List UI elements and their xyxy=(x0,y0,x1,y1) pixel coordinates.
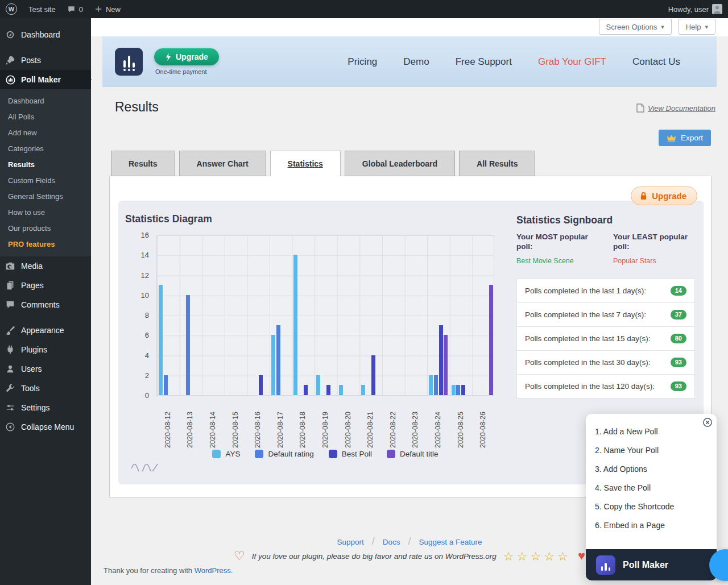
widget-step[interactable]: 4. Save the Poll xyxy=(595,478,717,497)
chart-bar[interactable] xyxy=(461,385,465,395)
sidebar-item-poll-maker[interactable]: Poll Maker xyxy=(0,70,91,89)
sidebar-item-comments[interactable]: Comments xyxy=(0,295,91,314)
comments-icon xyxy=(5,299,16,310)
footer-link-docs[interactable]: Docs xyxy=(383,538,400,546)
chart-bar[interactable] xyxy=(316,375,320,395)
chart-bar[interactable] xyxy=(452,385,456,395)
submenu-item-our-products[interactable]: Our products xyxy=(0,221,91,237)
comments-link[interactable]: 0 xyxy=(61,0,89,18)
site-name-link[interactable]: Test site xyxy=(23,0,61,18)
star-icon[interactable]: ☆ xyxy=(557,550,571,563)
submenu-item-all-polls[interactable]: All Polls xyxy=(0,109,91,125)
widget-step[interactable]: 3. Add Options xyxy=(595,459,717,478)
tab-global-leaderboard[interactable]: Global Leaderboard xyxy=(345,151,455,176)
chart-bar[interactable] xyxy=(164,375,168,395)
submenu-item-dashboard[interactable]: Dashboard xyxy=(0,93,91,109)
sidebar-item-dashboard[interactable]: Dashboard xyxy=(0,25,91,44)
chart-bar[interactable] xyxy=(489,285,493,395)
chart-bar[interactable] xyxy=(326,385,330,395)
footer-link-suggest-feature[interactable]: Suggest a Feature xyxy=(419,538,482,546)
wordpress-link[interactable]: WordPress. xyxy=(195,566,233,575)
x-axis-label: 2020-08-18 xyxy=(292,399,315,448)
chart-bar[interactable] xyxy=(434,375,438,395)
stats-count-badge: 93 xyxy=(671,381,686,391)
chart-bar[interactable] xyxy=(259,375,263,395)
chart-bar[interactable] xyxy=(186,295,190,395)
sidebar-item-settings[interactable]: Settings xyxy=(0,398,91,417)
submenu-item-custom-fields[interactable]: Custom Fields xyxy=(0,173,91,189)
chart-bar[interactable] xyxy=(371,355,375,396)
banner-nav-gift[interactable]: Grab Your GIFT xyxy=(538,56,606,68)
chart-bar[interactable] xyxy=(456,385,460,395)
banner-nav-pricing[interactable]: Pricing xyxy=(348,56,377,68)
export-button[interactable]: Export xyxy=(659,130,711,146)
chart-bar[interactable] xyxy=(361,385,365,395)
tab-all-results[interactable]: All Results xyxy=(459,151,535,176)
view-documentation-link[interactable]: View Documentation xyxy=(636,103,715,113)
amcharts-logo-icon[interactable] xyxy=(131,461,158,471)
widget-step[interactable]: 2. Name Your Poll xyxy=(595,441,717,459)
widget-step[interactable]: 5. Copy the Shortcode xyxy=(595,497,717,516)
least-popular-value: Popular Stars xyxy=(613,257,695,265)
submenu-item-pro-features[interactable]: PRO features xyxy=(0,237,91,252)
chart-bar[interactable] xyxy=(276,325,280,395)
widget-close-button[interactable] xyxy=(702,417,713,428)
widget-step[interactable]: 1. Add a New Poll xyxy=(595,422,717,441)
legend-item[interactable]: AYS xyxy=(212,450,240,458)
submenu-item-results[interactable]: Results xyxy=(0,157,91,173)
rating-stars[interactable]: ☆☆☆☆☆ xyxy=(503,550,571,562)
submenu-item-general-settings[interactable]: General Settings xyxy=(0,189,91,205)
sidebar-item-media[interactable]: Media xyxy=(0,256,91,276)
sidebar-item-posts[interactable]: Posts xyxy=(0,51,91,70)
legend-swatch xyxy=(212,450,221,458)
poll-maker-brand-icon xyxy=(596,555,615,575)
widget-step[interactable]: 6. Embed in a Page xyxy=(595,516,717,534)
star-icon[interactable]: ☆ xyxy=(544,550,557,563)
sidebar-item-label: Dashboard xyxy=(21,30,60,39)
chart-bar[interactable] xyxy=(271,335,275,395)
star-icon[interactable]: ☆ xyxy=(503,550,517,563)
sidebar-item-label: Posts xyxy=(21,56,41,65)
legend-item[interactable]: Default rating xyxy=(255,450,313,458)
footer-link-support[interactable]: Support xyxy=(337,538,363,546)
legend-item[interactable]: Best Poll xyxy=(329,450,372,458)
star-icon[interactable]: ☆ xyxy=(530,550,544,563)
y-axis-label: 2 xyxy=(129,371,149,380)
banner-nav-demo[interactable]: Demo xyxy=(403,56,429,68)
chart-bar[interactable] xyxy=(444,335,448,395)
sidebar-item-tools[interactable]: Tools xyxy=(0,379,91,398)
legend-item[interactable]: Default title xyxy=(387,450,439,458)
submenu-item-how-to-use[interactable]: How to use xyxy=(0,205,91,221)
x-axis-label: 2020-08-20 xyxy=(337,399,359,448)
chart-bar[interactable] xyxy=(293,255,297,395)
submenu-item-categories[interactable]: Categories xyxy=(0,141,91,157)
chart-bar[interactable] xyxy=(439,325,443,395)
chart-bar[interactable] xyxy=(429,375,433,395)
howdy-link[interactable]: Howdy, user xyxy=(663,0,728,18)
sidebar-item-appearance[interactable]: Appearance xyxy=(0,321,91,340)
y-axis-label: 16 xyxy=(129,231,149,239)
banner-nav-contact-us[interactable]: Contact Us xyxy=(632,56,680,68)
chart-bar[interactable] xyxy=(159,285,163,395)
upgrade-pill-button[interactable]: Upgrade xyxy=(631,186,697,205)
sidebar-item-pages[interactable]: Pages xyxy=(0,276,91,295)
tab-results[interactable]: Results xyxy=(111,151,175,176)
chart-bar[interactable] xyxy=(304,385,308,395)
collapse-menu-button[interactable]: Collapse Menu xyxy=(0,417,91,437)
banner-nav-free-support[interactable]: Free Support xyxy=(456,56,512,68)
submenu-item-add-new[interactable]: Add new xyxy=(0,125,91,141)
upgrade-button[interactable]: Upgrade xyxy=(154,48,219,65)
stats-row-label: Polls completed in the last 30 day(s): xyxy=(525,358,651,367)
sidebar-item-plugins[interactable]: Plugins xyxy=(0,340,91,359)
tab-statistics[interactable]: Statistics xyxy=(270,151,341,176)
chart-bar[interactable] xyxy=(339,385,343,395)
tab-answer-chart[interactable]: Answer Chart xyxy=(179,151,266,176)
user-icon xyxy=(5,363,16,375)
new-button[interactable]: New xyxy=(89,0,126,18)
star-icon[interactable]: ☆ xyxy=(517,550,531,563)
help-button[interactable]: Help ▾ xyxy=(679,19,715,35)
promo-banner: Upgrade One-time payment Pricing Demo Fr… xyxy=(102,36,717,87)
wordpress-logo[interactable]: W xyxy=(0,0,23,18)
screen-options-button[interactable]: Screen Options ▾ xyxy=(599,19,672,35)
sidebar-item-users[interactable]: Users xyxy=(0,359,91,379)
